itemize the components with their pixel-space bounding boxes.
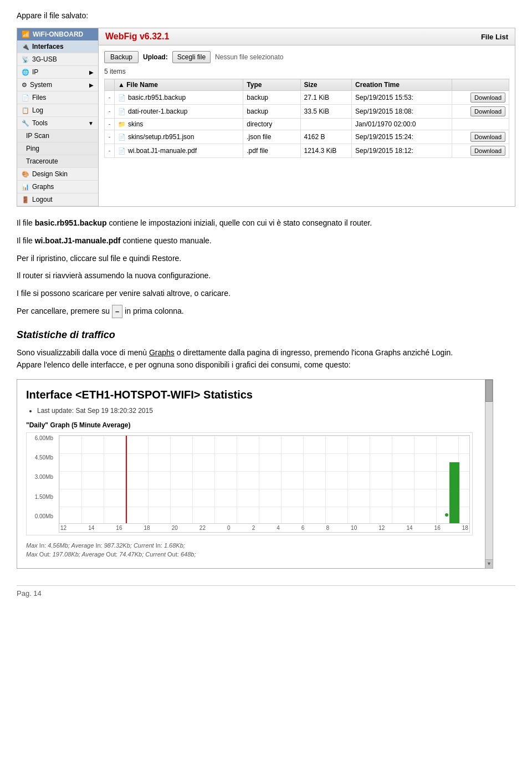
x-label: 20 bbox=[172, 525, 178, 531]
sidebar-item-label: Interfaces bbox=[32, 43, 64, 50]
download-button[interactable]: Download bbox=[470, 132, 505, 142]
file-type-icon: 📄 bbox=[118, 108, 126, 115]
table-cell-action bbox=[452, 119, 509, 130]
file-type-icon: 📄 bbox=[118, 134, 126, 140]
sidebar-item-label: Log bbox=[32, 106, 43, 114]
webfig-panel: WebFig v6.32.1 File List Backup Upload: … bbox=[99, 28, 515, 207]
sidebar-item-logout[interactable]: 🚪 Logout bbox=[17, 193, 98, 206]
sidebar-item-files[interactable]: 📄 Files bbox=[17, 91, 98, 104]
graph-container: 6.00Mb 4.50Mb 3.00Mb 1.50Mb 0.00Mb 12 14… bbox=[26, 432, 473, 535]
table-row: - 📄skins/setup.rb951.json .json file 416… bbox=[105, 130, 509, 144]
ip-icon: 🌐 bbox=[22, 69, 29, 76]
table-cell-name[interactable]: 📁skins bbox=[115, 119, 243, 130]
sidebar-item-label: IP Scan bbox=[26, 132, 49, 140]
sidebar-item-label: Logout bbox=[32, 196, 53, 203]
sidebar-item-graphs[interactable]: 📊 Graphs bbox=[17, 181, 98, 193]
sidebar-header: 📶 WiFi-ONBOARD bbox=[17, 28, 98, 40]
file-table: ▲ File Name Type Size Creation Time - 📄b… bbox=[104, 79, 509, 158]
table-cell-minus[interactable]: - bbox=[105, 91, 115, 105]
last-update-text: Last update: Sat Sep 19 18:20:32 2015 bbox=[37, 407, 473, 415]
article-p1: Il file basic.rb951.backup contiene le i… bbox=[17, 217, 493, 230]
sidebar-item-label: IP bbox=[32, 68, 38, 76]
sidebar-item-label: 3G-USB bbox=[32, 55, 57, 63]
table-cell-type: backup bbox=[243, 105, 300, 119]
y-label-1: 1.50Mb bbox=[28, 494, 55, 500]
col-header-size: Size bbox=[300, 79, 352, 91]
table-cell-type: directory bbox=[243, 119, 300, 130]
sidebar-item-3g-usb[interactable]: 📡 3G-USB bbox=[17, 53, 98, 66]
y-label-6: 6.00Mb bbox=[28, 435, 55, 441]
scrollbar[interactable]: ▼ bbox=[485, 380, 493, 568]
graph-y-axis: 6.00Mb 4.50Mb 3.00Mb 1.50Mb 0.00Mb bbox=[27, 433, 57, 522]
table-cell-name[interactable]: 📄dati-router-1.backup bbox=[115, 105, 243, 119]
x-label: 18 bbox=[144, 525, 150, 531]
y-label-3: 3.00Mb bbox=[28, 474, 55, 480]
x-label: 8 bbox=[326, 525, 329, 531]
log-icon: 📋 bbox=[22, 107, 29, 114]
graph-label: "Daily" Graph (5 Minute Average) bbox=[26, 421, 473, 429]
choose-file-button[interactable]: Scegli file bbox=[172, 51, 211, 63]
chevron-down-icon: ▼ bbox=[88, 120, 94, 126]
table-cell-size: 27.1 KiB bbox=[300, 91, 352, 105]
table-row: - 📄dati-router-1.backup backup 33.5 KiB … bbox=[105, 105, 509, 119]
col-header-filename[interactable]: ▲ File Name bbox=[115, 79, 243, 91]
no-file-text: Nessun file selezionato bbox=[215, 53, 283, 61]
scrollbar-bottom[interactable]: ▼ bbox=[485, 559, 493, 568]
wifi-icon: 📶 bbox=[22, 30, 30, 38]
sidebar: 📶 WiFi-ONBOARD 🔌 Interfaces 📡 3G-USB 🌐 I… bbox=[17, 28, 99, 207]
sidebar-submenu-tools: IP Scan Ping Traceroute bbox=[17, 130, 98, 168]
sidebar-item-system[interactable]: ⚙ System ▶ bbox=[17, 79, 98, 91]
stats-intro-line2: Appare l'elenco delle interfacce, e per … bbox=[17, 359, 493, 371]
sidebar-item-label: Files bbox=[32, 94, 46, 101]
tools-icon: 🔧 bbox=[22, 120, 29, 127]
download-button[interactable]: Download bbox=[470, 106, 505, 116]
interface-subtitle: Last update: Sat Sep 19 18:20:32 2015 bbox=[26, 407, 473, 415]
table-header-row: ▲ File Name Type Size Creation Time bbox=[105, 79, 509, 91]
table-cell-type: backup bbox=[243, 91, 300, 105]
files-icon: 📄 bbox=[22, 94, 29, 101]
file-type-icon: 📄 bbox=[118, 94, 126, 101]
col-header-time: Creation Time bbox=[352, 79, 452, 91]
sidebar-item-label: Traceroute bbox=[26, 157, 58, 165]
table-row: - 📁skins directory Jan/01/1970 02:00:0 bbox=[105, 119, 509, 130]
sidebar-item-tools[interactable]: 🔧 Tools ▼ bbox=[17, 117, 98, 130]
sidebar-item-label: Graphs bbox=[32, 183, 54, 191]
chevron-right-icon: ▶ bbox=[89, 69, 94, 75]
article-p5: I file si possono scaricare per venire s… bbox=[17, 287, 493, 300]
download-button[interactable]: Download bbox=[470, 93, 505, 103]
interfaces-icon: 🔌 bbox=[22, 43, 29, 50]
table-cell-name[interactable]: 📄wi.boat.J1-manuale.pdf bbox=[115, 144, 243, 158]
stats-intro: Sono visualizzabili dalla voce di menù G… bbox=[17, 346, 493, 371]
table-cell-time: Sep/19/2015 15:53: bbox=[352, 91, 452, 105]
sidebar-item-ip-scan[interactable]: IP Scan bbox=[17, 130, 98, 142]
download-button[interactable]: Download bbox=[470, 146, 505, 156]
col-header-minus bbox=[105, 79, 115, 91]
x-label: 10 bbox=[351, 525, 357, 531]
webfig-body: Backup Upload: Scegli file Nessun file s… bbox=[99, 45, 515, 164]
sidebar-item-label: Ping bbox=[26, 145, 39, 152]
webfig-title: WebFig v6.32.1 bbox=[105, 32, 169, 42]
table-cell-minus[interactable]: - bbox=[105, 105, 115, 119]
table-cell-minus[interactable]: - bbox=[105, 119, 115, 130]
interface-title: Interface <ETH1-HOTSPOT-WIFI> Statistics bbox=[26, 389, 473, 401]
col-header-action bbox=[452, 79, 509, 91]
sidebar-item-ip[interactable]: 🌐 IP ▶ bbox=[17, 66, 98, 79]
sidebar-item-design-skin[interactable]: 🎨 Design Skin bbox=[17, 168, 98, 181]
table-cell-action: Download bbox=[452, 144, 509, 158]
dash-button: – bbox=[112, 305, 122, 318]
x-label: 18 bbox=[462, 525, 468, 531]
sidebar-item-interfaces[interactable]: 🔌 Interfaces bbox=[17, 40, 98, 53]
table-cell-minus[interactable]: - bbox=[105, 144, 115, 158]
backup-button[interactable]: Backup bbox=[104, 51, 139, 63]
table-cell-name[interactable]: 📄basic.rb951.backup bbox=[115, 91, 243, 105]
stats-intro-line1: Sono visualizzabili dalla voce di menù G… bbox=[17, 346, 493, 359]
chevron-right-icon: ▶ bbox=[89, 82, 94, 88]
sidebar-item-log[interactable]: 📋 Log bbox=[17, 104, 98, 117]
sidebar-item-traceroute[interactable]: Traceroute bbox=[17, 155, 98, 168]
table-cell-name[interactable]: 📄skins/setup.rb951.json bbox=[115, 130, 243, 144]
table-cell-minus[interactable]: - bbox=[105, 130, 115, 144]
sidebar-item-ping[interactable]: Ping bbox=[17, 142, 98, 155]
scrollbar-thumb[interactable] bbox=[485, 380, 493, 402]
x-label: 14 bbox=[88, 525, 94, 531]
page-footer: Pag. 14 bbox=[17, 585, 515, 598]
